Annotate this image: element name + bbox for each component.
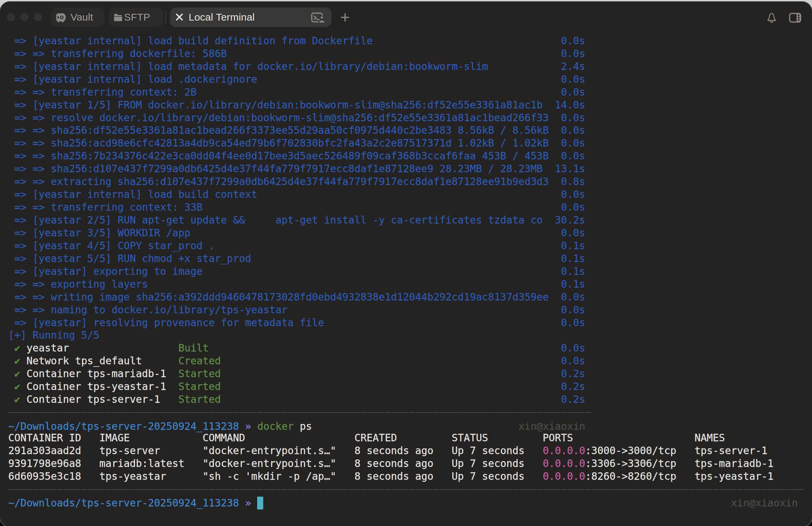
build-output-line: => [yeastar internal] load build context…: [9, 188, 812, 201]
terminal-user-icon: [311, 13, 325, 23]
compose-status-line: ✔ yeastar Built 0.0s: [9, 342, 812, 355]
terminal-text-segment: :8260->8260/tcp tps-yeastar-1: [585, 470, 773, 482]
terminal-text-segment: ps: [294, 420, 312, 432]
terminal-text-segment: »: [239, 420, 257, 432]
compose-status-line: ✔ Container tps-mariadb-1 Started 0.2s: [9, 367, 812, 380]
terminal-text-segment: => [yeastar 4/5] COPY star_prod . 0.1s: [9, 240, 585, 252]
terminal-text-segment: => => writing image sha256:a392ddd946047…: [9, 291, 585, 303]
build-output-line: => => sha256:df52e55e3361a81ac1bead266f3…: [9, 124, 812, 137]
terminal-text-segment: :3306->3306/tcp tps-mariadb-1: [585, 457, 773, 469]
terminal-text-segment: 0.0s: [208, 342, 585, 354]
command-separator: [9, 412, 592, 413]
folder-icon: [114, 14, 122, 21]
new-tab-button[interactable]: [341, 13, 349, 23]
terminal-text-segment: Started: [178, 393, 221, 405]
build-output-line: [+] Running 5/5: [9, 329, 812, 342]
check-icon: ✔: [15, 342, 20, 355]
terminal-text-segment: ~/Downloads/tps-server-20250924_113238: [9, 497, 239, 509]
table-row: 6d60935e3c18 tps-yeastar "sh -c 'mkdir -…: [9, 470, 812, 483]
separator-row: [9, 483, 812, 496]
separator-row: [9, 406, 812, 418]
notifications-bell-icon[interactable]: [767, 13, 776, 23]
terminal-text-segment: => [yeastar internal] load metadata for …: [9, 60, 585, 72]
table-row: 291a303aad2d tps-server "docker-entrypoi…: [9, 444, 812, 457]
terminal-screen[interactable]: => [yeastar internal] load build definit…: [9, 34, 812, 526]
terminal-text-segment: => => transferring context: 2B 0.0s: [9, 86, 585, 98]
terminal-text-segment: Container tps-yeastar-1: [20, 381, 178, 392]
terminal-text-segment: => [yeastar internal] load build context…: [9, 188, 585, 200]
plus-icon: [341, 13, 349, 22]
build-output-line: => [yeastar internal] load build definit…: [9, 34, 812, 47]
terminal-text-segment: => => transferring dockerfile: 586B 0.0s: [9, 47, 585, 59]
terminal-text-segment: 0.2s: [221, 393, 585, 405]
compose-status-line: ✔ Container tps-yeastar-1 Started 0.2s: [9, 380, 812, 393]
terminal-text-segment: CONTAINER ID IMAGE COMMAND CREATED STATU…: [9, 432, 725, 444]
terminal-text-segment: => [yeastar] resolving provenance for me…: [9, 317, 585, 328]
tab-sftp[interactable]: SFTP: [109, 8, 163, 27]
compose-status-line: ✔ Container tps-server-1 Started 0.2s: [9, 393, 812, 406]
build-output-line: => => exporting layers 0.1s: [9, 278, 812, 291]
terminal-text-segment: Container tps-mariadb-1: [20, 368, 178, 380]
terminal-text-segment: yeastar: [20, 342, 178, 354]
terminal-text-segment: [9, 381, 15, 392]
terminal-text-segment: => [yeastar internal] load .dockerignore…: [9, 73, 585, 85]
terminal-window: Vault SFTP Local Terminal: [0, 1, 812, 526]
check-icon: ✔: [15, 368, 20, 381]
build-output-line: => [yeastar 5/5] RUN chmod +x star_prod …: [9, 252, 812, 265]
vault-icon: [56, 13, 66, 22]
terminal-text-segment: 0.2s: [221, 368, 585, 380]
sidebar-panel-icon[interactable]: [789, 13, 801, 23]
build-output-line: => => sha256:7b234376c422e3ca0dd04f4ee0d…: [9, 150, 812, 162]
terminal-text-segment: 291a303aad2d tps-server "docker-entrypoi…: [9, 445, 543, 456]
terminal-text-segment: 0.0.0.0: [543, 470, 585, 482]
terminal-text-segment: 0.0s: [221, 355, 585, 367]
build-output-line: => => naming to docker.io/library/tps-ye…: [9, 303, 812, 316]
terminal-text-segment: => [yeastar 5/5] RUN chmod +x star_prod …: [9, 253, 585, 264]
terminal-text-segment: => [yeastar 1/5] FROM docker.io/library/…: [9, 99, 585, 111]
build-output-line: => [yeastar 1/5] FROM docker.io/library/…: [9, 99, 812, 111]
terminal-text-segment: [9, 393, 15, 405]
terminal-text-segment: [9, 342, 15, 354]
build-output-line: => => transferring context: 2B 0.0s: [9, 86, 812, 99]
close-window-button[interactable]: [7, 13, 15, 21]
terminal-cursor: [257, 497, 263, 510]
check-icon: ✔: [15, 355, 20, 368]
titlebar: Vault SFTP Local Terminal: [0, 1, 812, 37]
terminal-text-segment: => => transferring context: 33B 0.0s: [9, 201, 585, 213]
terminal-text-segment: 0.0.0.0: [543, 457, 585, 469]
close-tab-icon[interactable]: [176, 14, 183, 20]
terminal-text-segment: [9, 368, 15, 380]
tab-vault-label: Vault: [71, 12, 93, 23]
build-output-line: => [yeastar 3/5] WORKDIR /app 0.0s: [9, 227, 812, 239]
terminal-text-segment: [+] Running 5/5: [9, 329, 100, 341]
build-output-line: => [yeastar] resolving provenance for me…: [9, 316, 812, 329]
terminal-text-segment: => [yeastar 3/5] WORKDIR /app 0.0s: [9, 227, 585, 239]
minimize-window-button[interactable]: [20, 13, 29, 21]
compose-status-line: ✔ Network tps_default Created 0.0s: [9, 355, 812, 367]
terminal-text-segment: => [yeastar 2/5] RUN apt-get update && a…: [9, 214, 585, 226]
terminal-text-segment: => => sha256:df52e55e3361a81ac1bead266f3…: [9, 124, 585, 136]
terminal-text-segment: ~/Downloads/tps-server-20250924_113238: [9, 420, 239, 432]
build-output-line: => => sha256:acd98e6cfc42813a4db9ca54ed7…: [9, 137, 812, 150]
prompt-line: ~/Downloads/tps-server-20250924_113238 »…: [9, 420, 812, 433]
zoom-window-button[interactable]: [34, 13, 42, 21]
terminal-text-segment: => => sha256:d107e437f7299a0db6425d4e37f…: [9, 163, 585, 174]
tab-local-terminal[interactable]: Local Terminal: [170, 8, 331, 27]
tab-vault[interactable]: Vault: [51, 8, 105, 27]
terminal-text-segment: [9, 355, 15, 367]
build-output-line: => [yeastar internal] load metadata for …: [9, 60, 812, 73]
terminal-text-segment: »: [239, 497, 257, 509]
terminal-text-segment: => => extracting sha256:d107e437f7299a0d…: [9, 175, 585, 187]
tab-divider: [165, 11, 166, 24]
build-output-line: => [yeastar internal] load .dockerignore…: [9, 73, 812, 86]
terminal-text-segment: 0.2s: [221, 381, 585, 392]
build-output-line: => => transferring dockerfile: 586B 0.0s: [9, 47, 812, 60]
terminal-text-segment: :3000->3000/tcp tps-server-1: [585, 445, 767, 456]
terminal-text-segment: => [yeastar internal] load build definit…: [9, 35, 585, 46]
build-output-line: => => extracting sha256:d107e437f7299a0d…: [9, 175, 812, 188]
terminal-text-segment: => => resolve docker.io/library/debian:b…: [9, 112, 585, 124]
terminal-text-segment: => => naming to docker.io/library/tps-ye…: [9, 304, 585, 316]
table-row: 9391798e96a8 mariadb:latest "docker-entr…: [9, 457, 812, 470]
terminal-text-segment: 0.0.0.0: [543, 445, 585, 456]
terminal-text-segment: Built: [178, 342, 208, 354]
